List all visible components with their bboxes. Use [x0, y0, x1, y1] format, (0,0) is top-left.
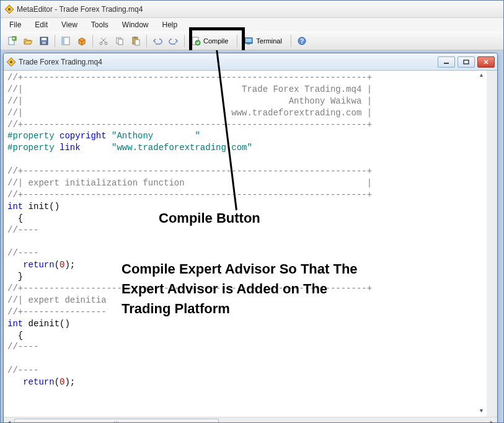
- compile-icon: [191, 36, 201, 46]
- code-keyword: return: [23, 377, 54, 387]
- toolbar-separator: [184, 35, 185, 47]
- code-line: //----: [7, 225, 38, 235]
- code-line: //+-------------------------------------…: [7, 120, 372, 130]
- code-line: //+-------------------------------------…: [7, 283, 372, 293]
- code-line: //| Anthony Waikwa |: [7, 96, 372, 106]
- menu-file[interactable]: File: [3, 19, 27, 30]
- titlebar: MetaEditor - Trade Forex Trading.mq4: [1, 1, 503, 18]
- app-icon: [4, 4, 14, 14]
- copy-button[interactable]: [112, 34, 127, 48]
- svg-rect-5: [42, 38, 46, 40]
- code-text: );: [64, 260, 75, 270]
- svg-rect-19: [245, 38, 252, 42]
- code-keyword: int: [7, 202, 23, 212]
- code-line: //+-------------------------------------…: [7, 73, 372, 82]
- code-line: //+-------------------------------------…: [7, 166, 372, 176]
- toolbar-separator: [92, 35, 93, 47]
- svg-rect-8: [62, 37, 64, 45]
- code-text: );: [64, 377, 75, 387]
- code-line: //| Trade Forex Trading.mq4 |: [7, 84, 372, 94]
- code-keyword: int: [7, 319, 23, 329]
- code-editor[interactable]: //+-------------------------------------…: [4, 71, 497, 417]
- code-text: copyright: [55, 131, 112, 141]
- code-line: //----: [7, 248, 38, 258]
- terminal-label: Terminal: [256, 37, 282, 45]
- editor-titlebar: Trade Forex Trading.mq4: [4, 53, 497, 71]
- code-string: "Anthony ": [112, 131, 200, 141]
- code-line: //+-------------------------------------…: [7, 190, 372, 200]
- compile-button[interactable]: Compile: [188, 34, 234, 48]
- svg-point-1: [8, 8, 11, 11]
- paste-button[interactable]: [128, 34, 143, 48]
- toolbar-separator: [55, 35, 55, 47]
- scroll-up-arrow[interactable]: ▲: [477, 71, 485, 81]
- svg-rect-25: [444, 63, 449, 64]
- editor-title: Trade Forex Trading.mq4: [19, 58, 435, 66]
- toolbox-button[interactable]: [74, 34, 89, 48]
- code-text: (: [55, 377, 60, 387]
- code-line: {: [7, 331, 23, 341]
- toolbar: Compile Terminal ?: [1, 32, 503, 50]
- help-button[interactable]: ?: [294, 34, 309, 48]
- maximize-button[interactable]: [458, 56, 475, 68]
- mdi-area: Trade Forex Trading.mq4 //+-------------…: [1, 50, 503, 422]
- code-keyword: return: [23, 260, 54, 270]
- code-line: //| expert initialization function |: [7, 178, 372, 188]
- code-text: [7, 377, 23, 387]
- code-line: //| www.tradeforextrading.com |: [7, 108, 372, 118]
- svg-rect-6: [42, 42, 46, 44]
- menu-window[interactable]: Window: [116, 19, 155, 30]
- code-line: //| expert deinitia: [7, 295, 107, 305]
- svg-rect-12: [118, 39, 123, 45]
- code-line: //+----------------: [7, 307, 107, 317]
- svg-rect-15: [135, 40, 139, 45]
- menubar: File Edit View Tools Window Help: [1, 18, 503, 32]
- toolbar-separator: [146, 35, 147, 47]
- scrollbar-thumb[interactable]: |||: [14, 419, 219, 423]
- terminal-icon: [244, 36, 254, 46]
- svg-rect-20: [247, 43, 250, 45]
- scroll-right-arrow[interactable]: ►: [487, 417, 497, 423]
- app-title: MetaEditor - Trade Forex Trading.mq4: [17, 5, 143, 14]
- open-button[interactable]: [20, 34, 35, 48]
- scroll-down-arrow[interactable]: ▼: [477, 407, 485, 416]
- redo-button[interactable]: [166, 34, 181, 48]
- code-text: (: [55, 260, 60, 270]
- save-button[interactable]: [37, 34, 51, 48]
- code-keyword: #property: [7, 143, 55, 153]
- toolbar-separator: [237, 35, 237, 47]
- new-button[interactable]: [4, 34, 19, 48]
- window-controls: [438, 56, 495, 68]
- code-keyword: #property: [7, 131, 55, 141]
- menu-tools[interactable]: Tools: [85, 19, 115, 30]
- menu-help[interactable]: Help: [156, 19, 184, 30]
- compile-label: Compile: [203, 37, 228, 45]
- code-line: //----: [7, 342, 38, 352]
- code-line: //----: [7, 365, 38, 375]
- undo-button[interactable]: [150, 34, 165, 48]
- editor-window: Trade Forex Trading.mq4 //+-------------…: [3, 53, 498, 422]
- cut-button[interactable]: [96, 34, 111, 48]
- code-line: }: [7, 272, 23, 282]
- svg-point-24: [10, 61, 12, 63]
- code-text: deinit(): [23, 319, 70, 329]
- code-text: link: [55, 143, 112, 153]
- horizontal-scrollbar[interactable]: ◄ ||| ►: [4, 417, 497, 422]
- svg-text:?: ?: [300, 38, 304, 45]
- minimize-button[interactable]: [438, 56, 455, 68]
- menu-view[interactable]: View: [55, 19, 84, 30]
- code-text: [7, 260, 23, 270]
- toolbar-separator: [291, 35, 291, 47]
- scroll-left-arrow[interactable]: ◄: [4, 417, 14, 423]
- close-button[interactable]: [477, 56, 495, 68]
- code-text: init(): [23, 202, 60, 212]
- document-icon: [6, 57, 16, 67]
- svg-rect-26: [464, 60, 469, 64]
- menu-edit[interactable]: Edit: [29, 19, 54, 30]
- terminal-button[interactable]: Terminal: [241, 34, 288, 48]
- navigator-button[interactable]: [58, 34, 73, 48]
- code-string: "www.tradeforextrading.com": [112, 143, 252, 153]
- code-line: {: [7, 213, 23, 223]
- svg-rect-14: [134, 37, 136, 38]
- main-window: MetaEditor - Trade Forex Trading.mq4 Fil…: [0, 0, 504, 423]
